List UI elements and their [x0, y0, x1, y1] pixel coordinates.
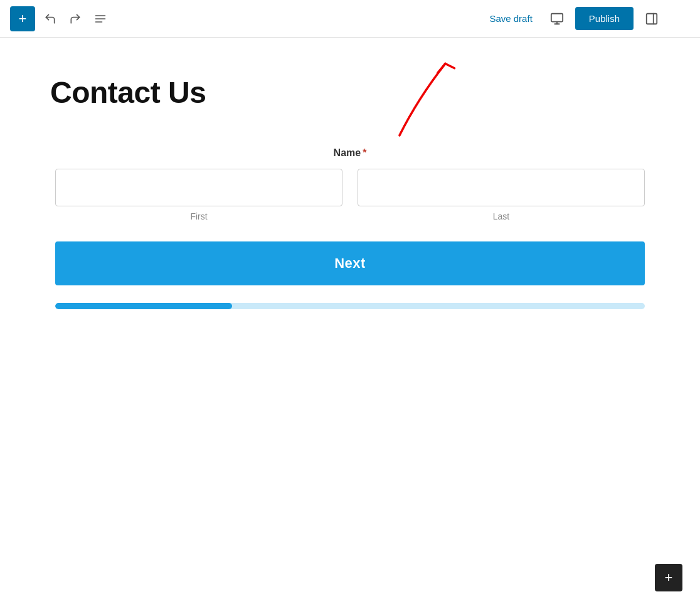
- page-title: Contact Us: [50, 75, 650, 110]
- sidebar-icon: [645, 12, 659, 26]
- name-fields-row: First Last: [55, 169, 645, 221]
- first-name-sublabel: First: [190, 211, 207, 221]
- last-name-input[interactable]: [358, 169, 645, 206]
- undo-icon: [44, 13, 56, 25]
- svg-point-9: [679, 18, 681, 19]
- svg-point-10: [679, 21, 681, 23]
- form-container: Name* First Last Next: [55, 147, 645, 309]
- save-draft-button[interactable]: Save draft: [483, 9, 538, 28]
- first-name-wrapper: First: [55, 169, 342, 221]
- required-indicator: *: [363, 147, 366, 158]
- monitor-icon: [550, 12, 564, 26]
- name-field-label: Name*: [55, 147, 645, 159]
- list-view-icon: [94, 13, 107, 25]
- undo-button[interactable]: [40, 9, 60, 29]
- svg-rect-6: [647, 13, 657, 24]
- progress-bar-fill: [55, 303, 232, 309]
- toolbar-right: Save draft Publish: [483, 7, 690, 30]
- more-options-button[interactable]: [670, 9, 690, 29]
- toolbar: + Save draft: [0, 0, 700, 38]
- svg-rect-3: [551, 13, 563, 21]
- next-button[interactable]: Next: [55, 241, 645, 285]
- main-content: Contact Us Name* First Last Next: [0, 38, 700, 334]
- view-button[interactable]: [546, 8, 568, 29]
- add-block-button[interactable]: +: [10, 6, 35, 31]
- last-name-sublabel: Last: [493, 211, 509, 221]
- redo-icon: [69, 13, 82, 25]
- progress-bar-container: [55, 303, 645, 309]
- more-options-icon: [674, 13, 686, 25]
- publish-button[interactable]: Publish: [575, 7, 634, 30]
- bottom-add-button[interactable]: +: [655, 564, 682, 591]
- redo-button[interactable]: [65, 9, 85, 29]
- sidebar-toggle-button[interactable]: [641, 8, 662, 29]
- toolbar-left: +: [10, 6, 110, 31]
- svg-point-8: [679, 14, 681, 16]
- last-name-wrapper: Last: [358, 169, 645, 221]
- first-name-input[interactable]: [55, 169, 342, 206]
- list-view-button[interactable]: [90, 9, 110, 29]
